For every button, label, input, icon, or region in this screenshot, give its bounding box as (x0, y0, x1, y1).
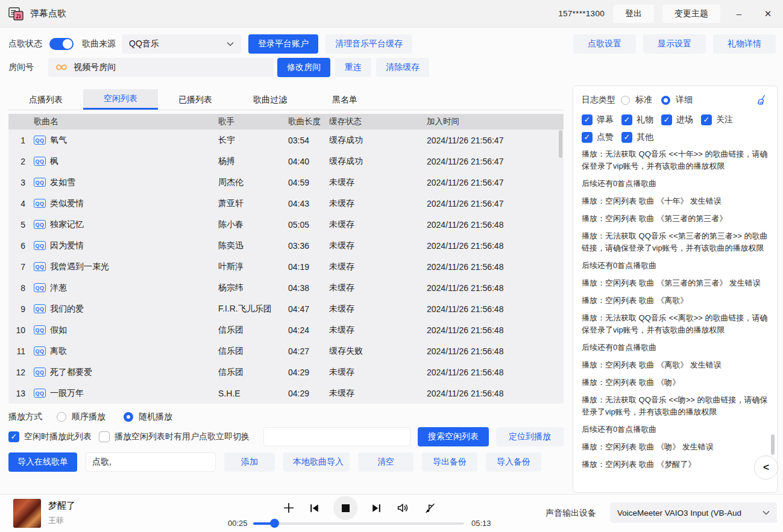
previous-icon (309, 502, 320, 514)
added-time: 2024/11/26 21:56:47 (418, 178, 564, 187)
checkbox-unchecked-icon (99, 431, 110, 442)
random-play-radio[interactable]: 随机播放 (124, 412, 172, 422)
log-filter-checkbox[interactable]: 弹幕 (582, 114, 614, 125)
request-prefix-input[interactable] (86, 452, 216, 472)
sequential-play-radio[interactable]: 顺序播放 (57, 412, 105, 422)
tab-song-filter[interactable]: 歌曲过滤 (233, 89, 307, 110)
list-tabs: 点播列表 空闲列表 已播列表 歌曲过滤 黑名单 (8, 89, 564, 110)
song-source-select[interactable]: QQ音乐 (122, 34, 241, 54)
clear-log-button[interactable] (756, 94, 769, 106)
search-idle-list-button[interactable]: 搜索空闲列表 (418, 427, 489, 446)
close-icon[interactable]: ✕ (758, 5, 778, 23)
add-song-button[interactable] (282, 501, 295, 515)
qq-music-badge-icon: QQ (34, 283, 46, 292)
table-row[interactable]: 6 QQ 因为爱情 陈奕迅 03:36 未缓存 2024/11/26 21:56… (8, 235, 564, 256)
local-import-button[interactable]: 本地歌曲导入 (283, 452, 350, 472)
log-panel: 日志类型 标准 详细 弹幕 礼物 (573, 86, 778, 493)
qq-music-badge-icon: QQ (34, 157, 46, 166)
room-input[interactable]: 视频号房间 (48, 58, 274, 77)
log-filter-checkbox[interactable]: 进场 (661, 114, 693, 125)
idle-search-input[interactable] (263, 427, 410, 446)
clear-list-button[interactable]: 清空 (358, 452, 414, 472)
log-scrollbar[interactable] (771, 434, 775, 455)
table-row[interactable]: 8 QQ 洋葱 杨宗纬 04:38 未缓存 2024/11/26 21:56:4… (8, 277, 564, 298)
stop-button[interactable] (333, 496, 357, 520)
table-row[interactable]: 10 QQ 假如 信乐团 04:24 未缓存 2024/11/26 21:56:… (8, 319, 564, 340)
table-row[interactable]: 4 QQ 类似爱情 萧亚轩 04:43 未缓存 2024/11/26 21:56… (8, 193, 564, 214)
minimize-icon[interactable]: – (729, 5, 749, 23)
checkbox-checked-icon (621, 114, 632, 125)
table-header: 歌曲名 歌手 歌曲长度 缓存状态 加入时间 (8, 114, 564, 130)
idle-play-checkbox[interactable]: 空闲时播放此列表 (8, 431, 92, 442)
audio-output-select[interactable]: VoiceMeeter VAIO3 Input (VB-Aud (610, 502, 777, 523)
tab-requested-list[interactable]: 点播列表 (8, 89, 83, 110)
row-index: 6 (8, 241, 34, 251)
row-index: 1 (8, 136, 34, 145)
switch-on-request-checkbox[interactable]: 播放空闲列表时有用户点歌立即切换 (99, 431, 250, 442)
reconnect-button[interactable]: 重连 (335, 58, 371, 77)
table-row[interactable]: 13 QQ 一眼万年 S.H.E 04:29 未缓存 2024/11/26 21… (8, 383, 564, 404)
import-online-playlist-button[interactable]: 导入在线歌单 (8, 452, 77, 472)
volume-button[interactable] (395, 501, 410, 515)
change-theme-button[interactable]: 变更主题 (662, 5, 720, 23)
previous-track-button[interactable] (309, 502, 320, 514)
log-type-detailed-radio[interactable]: 详细 (661, 95, 693, 105)
clear-cache-button[interactable]: 清除缓存 (376, 58, 429, 77)
gift-details-button[interactable]: 礼物详情 (713, 34, 776, 54)
log-filter-checkbox[interactable]: 关注 (701, 114, 733, 125)
export-backup-button[interactable]: 导出备份 (422, 452, 477, 472)
modify-room-button[interactable]: 修改房间 (277, 58, 330, 77)
clean-music-cache-button[interactable]: 清理音乐平台缓存 (325, 34, 412, 54)
table-row[interactable]: 3 QQ 发如雪 周杰伦 04:59 未缓存 2024/11/26 21:56:… (8, 172, 564, 193)
tab-idle-list[interactable]: 空闲列表 (83, 89, 158, 110)
add-button[interactable]: 添加 (224, 452, 275, 472)
log-filter-checkbox[interactable]: 点赞 (582, 132, 614, 143)
song-request-settings-button[interactable]: 点歌设置 (573, 34, 636, 54)
table-row[interactable]: 12 QQ 死了都要爱 信乐团 04:29 未缓存 2024/11/26 21:… (8, 361, 564, 383)
table-scrollbar[interactable] (559, 130, 562, 158)
now-playing-artist: 王菲 (48, 515, 64, 526)
log-entry: 播放：无法获取 QQ音乐 <<吻>> 的歌曲链接，请确保登录了vip账号，并有该… (582, 394, 769, 418)
song-artist: 信乐团 (218, 346, 288, 357)
log-entry: 播放：空闲列表 歌曲 《第三者的第三者》 (582, 213, 769, 225)
collapse-log-panel-button[interactable]: < (754, 455, 778, 480)
locate-playing-button[interactable]: 定位到播放 (496, 427, 564, 446)
checkbox-checked-icon (621, 132, 632, 143)
tab-played-list[interactable]: 已播列表 (158, 89, 233, 110)
song-duration: 04:27 (288, 346, 329, 356)
radio-checked-icon (124, 412, 133, 422)
log-type-label: 日志类型 (582, 95, 615, 105)
table-row[interactable]: 1 QQ 氧气 长宇 03:54 缓存成功 2024/11/26 21:56:4… (8, 130, 564, 151)
tab-blacklist[interactable]: 黑名单 (307, 89, 382, 110)
song-artist: 长宇 (218, 135, 288, 146)
import-backup-button[interactable]: 导入备份 (486, 452, 541, 472)
lyrics-off-button[interactable] (423, 502, 437, 515)
elapsed-time: 00:25 (228, 519, 248, 528)
log-entry: 播放：无法获取 QQ音乐 <<第三者的第三者>> 的歌曲链接，请确保登录了vip… (582, 230, 769, 254)
next-track-button[interactable] (371, 502, 382, 514)
cache-status: 缓存成功 (329, 135, 418, 146)
log-entry: 后续还有0首点播歌曲 (582, 178, 769, 190)
song-name: 洋葱 (50, 283, 67, 293)
table-row[interactable]: 2 QQ 枫 杨搏 04:40 缓存成功 2024/11/26 21:56:47 (8, 151, 564, 172)
table-row[interactable]: 11 QQ 离歌 信乐团 04:27 缓存失败 2024/11/26 21:56… (8, 340, 564, 361)
table-row[interactable]: 9 QQ 我们的爱 F.I.R.飞儿乐团 04:47 未缓存 2024/11/2… (8, 298, 564, 319)
song-duration: 04:19 (288, 262, 329, 272)
header-song-name: 歌曲名 (34, 116, 218, 127)
progress-thumb[interactable] (270, 519, 279, 528)
progress-track[interactable] (253, 522, 464, 525)
song-duration: 04:43 (288, 199, 329, 208)
display-settings-button[interactable]: 显示设置 (643, 34, 706, 54)
song-request-toggle[interactable] (49, 38, 74, 50)
login-platform-button[interactable]: 登录平台账户 (248, 34, 318, 54)
qq-music-badge-icon: QQ (34, 304, 46, 313)
log-filter-label: 点赞 (597, 132, 614, 143)
logout-button[interactable]: 登出 (613, 5, 654, 23)
qq-music-badge-icon: QQ (34, 178, 46, 187)
table-row[interactable]: 7 QQ 我曾遇到一束光 叶斯淳 04:19 未缓存 2024/11/26 21… (8, 256, 564, 277)
table-row[interactable]: 5 QQ 独家记忆 陈小春 05:05 未缓存 2024/11/26 21:56… (8, 214, 564, 235)
log-type-standard-radio[interactable]: 标准 (621, 95, 652, 105)
log-entry: 播放：空闲列表 歌曲 《第三者的第三者》 发生错误 (582, 277, 769, 289)
log-filter-checkbox[interactable]: 礼物 (621, 114, 653, 125)
log-filter-checkbox[interactable]: 其他 (621, 132, 653, 143)
